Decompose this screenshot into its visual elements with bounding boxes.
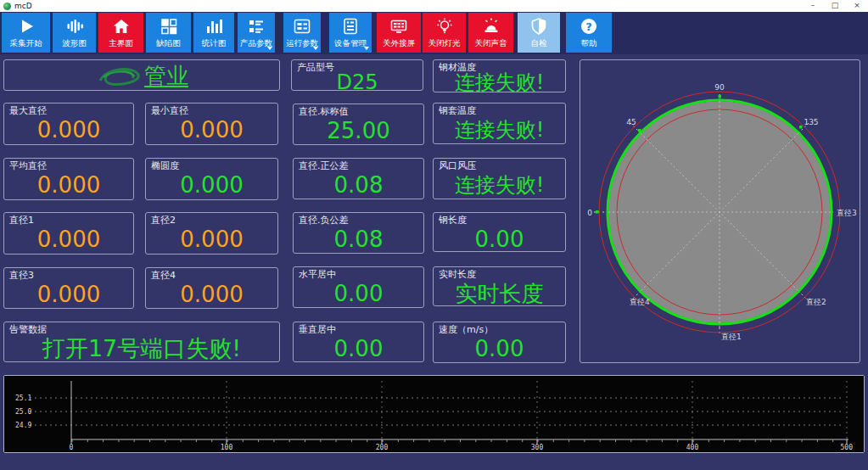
toolbar-button-lights-off[interactable]: 关闭灯光	[423, 13, 466, 53]
diameter4-label: 直径4	[630, 298, 650, 306]
field-sleeve-temperature: 钢套温度 连接失败!	[433, 103, 566, 144]
run-panel-icon	[283, 15, 321, 37]
toolbar-button-waveform[interactable]: 波形图	[53, 13, 96, 53]
toolbar-button-sound-off[interactable]: 关闭声音	[468, 13, 513, 53]
product-list-icon	[238, 15, 275, 37]
logo-panel: 管业	[3, 59, 280, 91]
bar-chart-icon	[193, 15, 234, 37]
cross-section-chart: 90 45 135 0 直径3 直径4 直径2 直径1	[580, 60, 860, 362]
toolbar-button-external-screen-off[interactable]: 关外接屏	[377, 13, 421, 53]
x-tick-label: 100	[221, 444, 233, 451]
angle-label-45: 45	[626, 118, 636, 126]
field-alarm-data: 告警数据 打开17号端口失败!	[3, 322, 280, 362]
minimize-button[interactable]: –	[802, 0, 824, 12]
play-icon	[2, 15, 50, 37]
logo-text: 管业	[144, 63, 188, 88]
toolbar-button-main-screen[interactable]: 主界面	[98, 13, 143, 53]
window-title: mcD	[14, 0, 802, 12]
field-horizontal-center: 水平居中 0.00	[293, 266, 424, 308]
field-steel-temperature: 钢材温度 连接失败!	[433, 59, 566, 92]
maximize-button[interactable]: □	[824, 0, 846, 12]
field-nominal-diameter: 直径.标称值 25.00	[293, 104, 424, 145]
marker-90	[719, 95, 722, 98]
field-realtime-length: 实时长度 实时长度	[433, 266, 566, 306]
marker-45	[638, 129, 641, 132]
dropdown-arrow-icon	[267, 47, 272, 50]
field-diameter1: 直径1 0.000	[3, 212, 134, 255]
x-tick-label: 0	[70, 444, 74, 451]
home-icon	[98, 15, 143, 37]
y-tick-label: 24.9	[15, 422, 31, 429]
toolbar-button-run-params[interactable]: 运行参数	[283, 13, 321, 53]
device-icon	[329, 15, 372, 37]
close-button[interactable]: ×	[846, 0, 868, 12]
field-positive-tolerance: 直径.正公差 0.08	[293, 158, 424, 199]
toolbar-button-start-collection[interactable]: 采集开始	[2, 13, 50, 53]
x-tick-label: 400	[686, 444, 699, 451]
diameter2-label: 直径2	[806, 298, 826, 306]
x-tick-label: 300	[531, 444, 544, 451]
dropdown-arrow-icon	[364, 47, 369, 50]
help-icon: ?	[566, 15, 612, 37]
field-diameter2: 直径2 0.000	[145, 212, 278, 255]
angle-label-0: 0	[587, 209, 592, 217]
field-speed: 速度（m/s） 0.00	[433, 322, 566, 363]
marker-135	[799, 126, 803, 129]
svg-text:?: ?	[585, 20, 592, 33]
toolbar-button-defect-map[interactable]: 缺陷图	[146, 13, 191, 53]
siren-icon	[468, 15, 513, 37]
field-max-diameter: 最大直径 0.000	[3, 103, 134, 145]
angle-label-135: 135	[804, 118, 818, 126]
field-negative-tolerance: 直径.负公差 0.08	[293, 212, 424, 254]
field-diameter4: 直径4 0.000	[145, 267, 278, 309]
field-diameter3: 直径3 0.000	[3, 267, 134, 309]
shield-icon	[518, 15, 560, 37]
defect-grid-icon	[146, 15, 191, 37]
logo-graphic	[95, 64, 144, 87]
x-tick-label: 200	[376, 444, 389, 451]
cross-section-panel: 90 45 135 0 直径3 直径4 直径2 直径1	[580, 59, 860, 363]
y-tick-label: 25.1	[15, 394, 31, 402]
field-vertical-center: 垂直居中 0.00	[293, 322, 424, 362]
toolbar-button-statistics[interactable]: 统计图	[193, 13, 234, 53]
field-product-model: 产品型号 D25	[291, 59, 423, 91]
field-min-diameter: 最小直径 0.000	[145, 103, 278, 145]
dropdown-arrow-icon	[313, 47, 318, 50]
toolbar-button-product-params[interactable]: 产品参数	[238, 13, 275, 53]
y-tick-label: 25.0	[15, 408, 31, 416]
trend-chart-panel: 25.1 25.0 24.9 0 100 200 300 400 500	[3, 375, 865, 453]
angle-label-90: 90	[714, 83, 725, 92]
x-tick-label: 500	[841, 444, 854, 451]
field-avg-diameter: 平均直径 0.000	[3, 158, 134, 200]
trend-chart: 25.1 25.0 24.9 0 100 200 300 400 500	[4, 376, 864, 452]
field-air-pressure: 风口风压 连接失败!	[433, 158, 566, 199]
app-icon	[3, 3, 11, 10]
field-ovality: 椭圆度 0.000	[145, 158, 278, 200]
waveform-icon	[53, 15, 96, 37]
toolbar: 采集开始 波形图 主界面 缺陷图	[0, 12, 868, 54]
titlebar: mcD – □ ×	[0, 0, 868, 12]
marker-0	[596, 210, 599, 214]
toolbar-button-self-check[interactable]: 自检	[518, 13, 560, 53]
toolbar-button-help[interactable]: ? 帮助	[566, 13, 612, 53]
diameter3-label: 直径3	[837, 209, 857, 217]
toolbar-button-device-management[interactable]: 设备管理	[329, 13, 372, 53]
bulb-icon	[423, 15, 466, 37]
field-steel-length: 钢长度 0.00	[433, 212, 566, 252]
screen-icon	[377, 15, 421, 37]
diameter1-label: 直径1	[721, 333, 742, 341]
